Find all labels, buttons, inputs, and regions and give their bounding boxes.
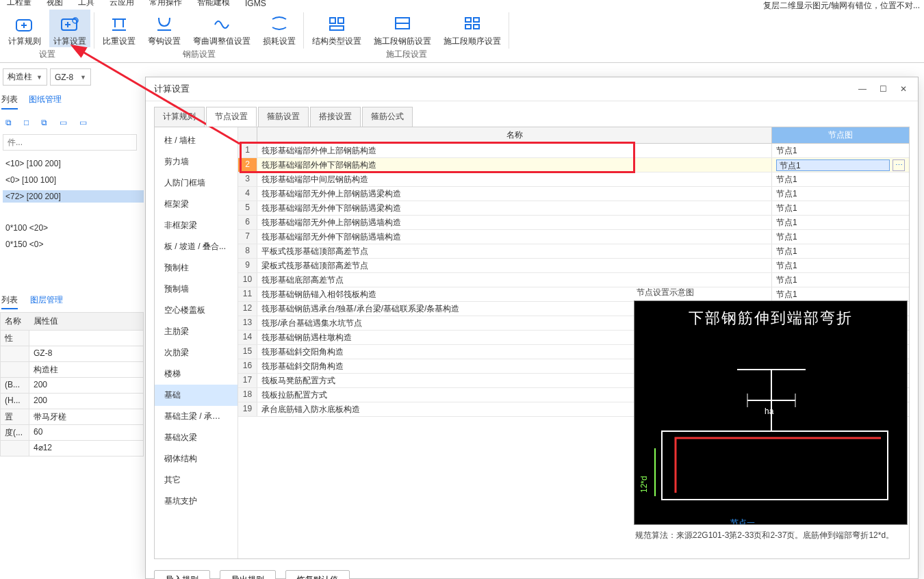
tab-drawing[interactable]: 图纸管理: [29, 94, 62, 110]
category-item[interactable]: 基础: [155, 385, 238, 406]
row-node-cell[interactable]: 节点1: [772, 201, 909, 215]
ribbon-hook[interactable]: 弯钩设置: [144, 10, 185, 47]
ribbon-sec-rebar[interactable]: 施工段钢筋设置: [370, 10, 435, 47]
import-button[interactable]: 导入规则: [154, 570, 210, 579]
category-item[interactable]: 人防门框墙: [155, 172, 238, 194]
filter-input[interactable]: [3, 134, 137, 151]
grid-row[interactable]: 8平板式筏形基础顶部高差节点节点1: [238, 244, 909, 259]
list-item[interactable]: 0*100 <20>: [3, 222, 144, 234]
node-edit-input[interactable]: 节点1: [776, 159, 890, 171]
list-item[interactable]: 0*150 <0>: [3, 238, 144, 250]
plus-target-icon: [14, 12, 36, 34]
prop-value[interactable]: 60: [29, 425, 144, 441]
dialog-tab[interactable]: 搭接设置: [310, 107, 361, 127]
close-icon[interactable]: ✕: [897, 84, 910, 94]
prop-value[interactable]: 200: [29, 394, 144, 409]
delete-icon[interactable]: □: [24, 118, 29, 127]
ellipsis-button[interactable]: ⋯: [893, 159, 905, 171]
row-node-cell[interactable]: 节点1: [772, 244, 909, 258]
category-item[interactable]: 预制墙: [155, 279, 238, 300]
export-button[interactable]: 导出规则: [220, 570, 276, 579]
grid-row[interactable]: 9梁板式筏形基础顶部高差节点节点1: [238, 259, 909, 273]
more-icon[interactable]: ▭: [79, 118, 87, 127]
grid-row[interactable]: 6筏形基础端部无外伸上部钢筋遇墙构造节点1: [238, 216, 909, 230]
category-item[interactable]: 框架梁: [155, 194, 238, 215]
ribbon-weight[interactable]: 比重设置: [99, 10, 140, 47]
svg-rect-9: [330, 26, 344, 30]
prop-row[interactable]: (B...200: [0, 378, 144, 394]
grid-row[interactable]: 1筏形基础端部外伸上部钢筋构造节点1: [238, 144, 909, 158]
row-node-cell[interactable]: 节点1⋯: [772, 158, 909, 172]
category-item[interactable]: 剪力墙: [155, 151, 238, 172]
category-item[interactable]: 空心楼盖板: [155, 300, 238, 321]
tab-list[interactable]: 列表: [1, 94, 18, 110]
prop-row[interactable]: GZ-8: [0, 346, 144, 362]
grid-row[interactable]: 7筏形基础端部无外伸下部钢筋遇墙构造节点1: [238, 230, 909, 244]
category-item[interactable]: 楼梯: [155, 363, 238, 385]
category-item[interactable]: 非框架梁: [155, 215, 238, 236]
ribbon-sec-order[interactable]: 施工段顺序设置: [439, 10, 505, 47]
minimize-icon[interactable]: —: [856, 84, 869, 94]
list-item-selected[interactable]: <72> [200 200]: [3, 190, 144, 203]
reset-button[interactable]: 恢复默认值: [285, 570, 350, 579]
paste-icon[interactable]: ▭: [60, 118, 67, 127]
category-item[interactable]: 其它: [155, 469, 238, 491]
prop-value[interactable]: 200: [29, 378, 144, 394]
row-node-cell[interactable]: 节点1: [772, 230, 909, 244]
prop-row[interactable]: 4⌀12: [0, 441, 144, 456]
dialog-tab[interactable]: 计算规则: [154, 107, 205, 127]
grid-row[interactable]: 5筏形基础端部无外伸下部钢筋遇梁构造节点1: [238, 201, 909, 216]
grid-row[interactable]: 2筏形基础端部外伸下部钢筋构造节点1⋯: [238, 158, 909, 172]
ribbon-bend[interactable]: 弯曲调整值设置: [189, 10, 255, 47]
grid-row[interactable]: 3筏形基础端部中间层钢筋构造节点1: [238, 172, 909, 187]
dialog-tab[interactable]: 箍筋设置: [258, 107, 309, 127]
category-item[interactable]: 柱 / 墙柱: [155, 130, 238, 151]
ribbon-loss[interactable]: 损耗设置: [259, 10, 300, 47]
menu-item[interactable]: 常用操作: [149, 0, 182, 8]
menu-item[interactable]: 视图: [47, 0, 63, 8]
prop-row[interactable]: 构造柱: [0, 362, 144, 378]
label: 施工段顺序设置: [444, 36, 501, 47]
prop-value[interactable]: GZ-8: [29, 346, 144, 362]
menu-item[interactable]: 智能建模: [197, 0, 230, 8]
category-item[interactable]: 预制柱: [155, 257, 238, 279]
col-node[interactable]: 节点图: [772, 127, 909, 143]
maximize-icon[interactable]: ☐: [877, 84, 889, 94]
dialog-tab[interactable]: 箍筋公式: [362, 107, 413, 127]
prop-value[interactable]: 构造柱: [29, 362, 144, 378]
copy-icon[interactable]: ⧉: [5, 118, 12, 127]
category-item[interactable]: 砌体结构: [155, 448, 238, 469]
ribbon-calc-rule[interactable]: 计算规则: [4, 10, 45, 47]
ribbon-calc-settings[interactable]: 计算设置: [49, 10, 90, 47]
row-node-cell[interactable]: 节点1: [772, 216, 909, 229]
menu-item[interactable]: 工具: [78, 0, 94, 8]
category-item[interactable]: 基础主梁 / 承台梁: [155, 406, 238, 427]
category-item[interactable]: 基坑支护: [155, 491, 238, 512]
category-item[interactable]: 次肋梁: [155, 342, 238, 363]
menu-item[interactable]: 云应用: [110, 0, 134, 8]
row-node-cell[interactable]: 节点1: [772, 259, 909, 272]
dialog-tab[interactable]: 节点设置: [206, 107, 257, 127]
category-item[interactable]: 板 / 坡道 / 叠合...: [155, 236, 238, 257]
ribbon-struct-type[interactable]: 结构类型设置: [308, 10, 365, 47]
row-node-cell[interactable]: 节点1: [772, 144, 909, 157]
sel-component-name[interactable]: GZ-8▼: [50, 68, 91, 86]
list-item[interactable]: <10> [100 200]: [3, 157, 144, 170]
grid-row[interactable]: 4筏形基础端部无外伸上部钢筋遇梁构造节点1: [238, 187, 909, 201]
list-item[interactable]: <0> [100 100]: [3, 174, 144, 186]
copy2-icon[interactable]: ⧉: [41, 118, 47, 127]
category-item[interactable]: 基础次梁: [155, 427, 238, 448]
prop-row[interactable]: 度(...60: [0, 425, 144, 441]
tab-layer[interactable]: 图层管理: [30, 294, 63, 309]
prop-value[interactable]: 4⌀12: [29, 441, 144, 456]
category-item[interactable]: 主肋梁: [155, 321, 238, 342]
menu-item[interactable]: IGMS: [245, 0, 266, 8]
row-node-cell[interactable]: 节点1: [772, 172, 909, 186]
row-node-cell[interactable]: 节点1: [772, 187, 909, 201]
prop-row[interactable]: (H...200: [0, 394, 144, 409]
tab-list2[interactable]: 列表: [1, 294, 18, 309]
prop-value[interactable]: 带马牙槎: [29, 409, 144, 425]
prop-row[interactable]: 置带马牙槎: [0, 409, 144, 425]
menu-item[interactable]: 工程量: [7, 0, 31, 8]
sel-component-type[interactable]: 构造柱▼: [3, 68, 47, 86]
